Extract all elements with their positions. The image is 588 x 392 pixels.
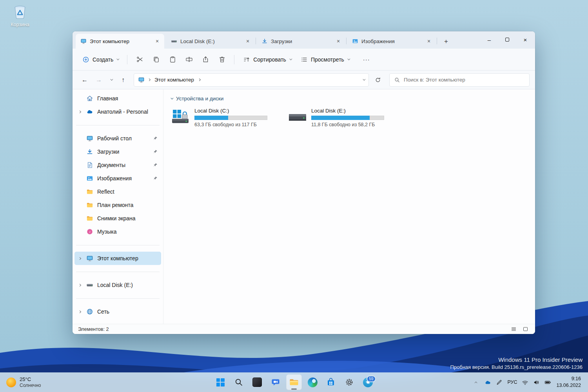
cut-button[interactable] bbox=[132, 53, 147, 67]
sidebar-item-desktop[interactable]: Рабочий стол bbox=[74, 132, 161, 145]
chevron-up-icon bbox=[475, 381, 477, 384]
plus-circle-icon bbox=[82, 56, 89, 63]
close-button[interactable]: × bbox=[516, 31, 534, 48]
chevron-right-icon[interactable] bbox=[78, 257, 81, 260]
recycle-bin-icon bbox=[12, 3, 28, 20]
tab-local-disk-e[interactable]: Local Disk (E:) × bbox=[166, 34, 255, 49]
tab-close-icon[interactable]: × bbox=[152, 36, 162, 46]
sidebar-item-label: Этот компьютер bbox=[97, 255, 158, 261]
search-icon bbox=[234, 377, 243, 387]
tab-this-pc[interactable]: Этот компьютер × bbox=[76, 34, 164, 49]
sort-label: Сортировать bbox=[253, 56, 286, 63]
create-button[interactable]: Создать bbox=[78, 53, 123, 67]
chevron-right-icon[interactable] bbox=[78, 283, 81, 286]
search-input[interactable] bbox=[404, 77, 525, 83]
share-button[interactable] bbox=[198, 53, 213, 67]
sidebar-item-local-disk-e[interactable]: Local Disk (E:) bbox=[74, 278, 161, 292]
group-devices-and-drives[interactable]: Устройства и диски bbox=[169, 95, 535, 106]
sidebar-item-documents[interactable]: Документы bbox=[74, 158, 161, 172]
sidebar-item-pictures[interactable]: Изображения bbox=[74, 172, 161, 185]
delete-button[interactable] bbox=[214, 53, 230, 67]
scissors-icon bbox=[136, 56, 143, 63]
sidebar-item-downloads[interactable]: Загрузки bbox=[74, 145, 161, 158]
tab-pictures[interactable]: Изображения × bbox=[347, 34, 436, 49]
taskbar-apps: 59 bbox=[212, 372, 376, 392]
start-button[interactable] bbox=[212, 374, 228, 390]
drive-e[interactable]: Local Disk (E:) 11,8 ГБ свободно из 58,2… bbox=[286, 106, 392, 129]
drive-c[interactable]: Local Disk (C:) 63,3 ГБ свободно из 117 … bbox=[169, 106, 275, 129]
music-icon: ♪ bbox=[86, 228, 94, 236]
tab-downloads[interactable]: Загрузки × bbox=[257, 34, 345, 49]
chevron-right-icon bbox=[198, 78, 201, 81]
widgets-button[interactable]: 25°C Солнечно bbox=[4, 374, 44, 391]
file-explorer-window: Этот компьютер × Local Disk (E:) × Загру… bbox=[73, 31, 535, 334]
sidebar-item-onedrive[interactable]: Анатолий - Personal bbox=[74, 105, 161, 118]
sidebar-item-home[interactable]: Главная bbox=[74, 92, 161, 105]
large-icons-view-button[interactable] bbox=[521, 325, 530, 333]
pin-icon bbox=[153, 149, 158, 154]
edge-button[interactable] bbox=[305, 374, 320, 390]
watermark-line-1: Windows 11 Pro Insider Preview bbox=[450, 356, 583, 363]
downloads-icon bbox=[86, 148, 94, 156]
volume-button[interactable] bbox=[531, 375, 542, 389]
store-button[interactable] bbox=[323, 374, 339, 390]
sidebar-item-reflect[interactable]: Reflect bbox=[74, 185, 161, 198]
chat-button[interactable] bbox=[268, 374, 283, 390]
notification-badge: 59 bbox=[367, 376, 376, 382]
large-icons-view-icon bbox=[523, 326, 528, 332]
new-tab-button[interactable]: + bbox=[440, 36, 452, 47]
pen-tray-button[interactable] bbox=[494, 375, 505, 389]
language-indicator[interactable]: РУС bbox=[505, 375, 519, 389]
file-explorer-button[interactable] bbox=[286, 374, 302, 390]
tray-date: 13.06.2022 bbox=[556, 382, 581, 389]
chevron-right-icon[interactable] bbox=[78, 310, 81, 313]
forward-button[interactable]: → bbox=[92, 74, 105, 86]
window-controls: – × bbox=[480, 31, 534, 48]
tab-label: Этот компьютер bbox=[90, 38, 149, 44]
tab-close-icon[interactable]: × bbox=[334, 36, 343, 46]
refresh-button[interactable] bbox=[371, 74, 385, 86]
sidebar-item-screenshots[interactable]: Снимки экрана bbox=[74, 212, 161, 225]
view-button[interactable]: Просмотреть bbox=[296, 53, 354, 67]
up-button[interactable]: ↑ bbox=[116, 74, 130, 86]
address-dropdown-icon[interactable] bbox=[363, 78, 365, 81]
sidebar-item-label: Изображения bbox=[97, 175, 149, 181]
back-button[interactable]: ← bbox=[78, 74, 91, 86]
onedrive-tray-button[interactable] bbox=[483, 375, 493, 389]
dark-app-icon bbox=[252, 377, 262, 387]
copy-button[interactable] bbox=[148, 53, 164, 67]
address-bar[interactable]: Этот компьютер bbox=[134, 73, 369, 87]
sidebar-item-plan-remonta[interactable]: План ремонта bbox=[74, 198, 161, 212]
sidebar-item-network[interactable]: Сеть bbox=[74, 305, 161, 318]
sidebar-item-music[interactable]: ♪ Музыка bbox=[74, 225, 161, 238]
messenger-app-button[interactable]: 59 bbox=[360, 374, 376, 390]
network-button[interactable] bbox=[520, 375, 530, 389]
paste-button[interactable] bbox=[165, 53, 180, 67]
store-bag-icon bbox=[326, 377, 336, 387]
minimize-button[interactable]: – bbox=[480, 31, 498, 48]
recent-locations-button[interactable] bbox=[106, 74, 116, 86]
view-label: Просмотреть bbox=[311, 56, 344, 63]
sort-button[interactable]: Сортировать bbox=[239, 53, 296, 67]
battery-button[interactable] bbox=[543, 375, 553, 389]
recycle-bin[interactable]: Корзина bbox=[5, 3, 35, 27]
gear-icon bbox=[345, 377, 354, 387]
onedrive-cloud-icon bbox=[86, 108, 94, 116]
tab-close-icon[interactable]: × bbox=[243, 36, 252, 46]
hidden-icons-button[interactable] bbox=[471, 375, 482, 389]
maximize-button[interactable] bbox=[498, 31, 516, 48]
sidebar-item-this-pc[interactable]: Этот компьютер bbox=[74, 252, 161, 265]
settings-button[interactable] bbox=[341, 374, 357, 390]
sidebar-item-label: План ремонта bbox=[97, 202, 158, 208]
more-options-button[interactable]: ··· bbox=[360, 53, 373, 67]
details-view-button[interactable] bbox=[509, 325, 518, 333]
clock[interactable]: 9:16 13.06.2022 bbox=[554, 376, 584, 389]
pinned-app-dark-button[interactable] bbox=[249, 374, 265, 390]
trash-icon bbox=[218, 56, 226, 63]
this-pc-icon bbox=[86, 254, 94, 262]
rename-button[interactable] bbox=[181, 53, 197, 67]
tab-close-icon[interactable]: × bbox=[424, 36, 434, 46]
search-button[interactable] bbox=[231, 374, 247, 390]
breadcrumb-this-pc[interactable]: Этот компьютер bbox=[154, 76, 195, 83]
chevron-right-icon[interactable] bbox=[78, 110, 81, 113]
